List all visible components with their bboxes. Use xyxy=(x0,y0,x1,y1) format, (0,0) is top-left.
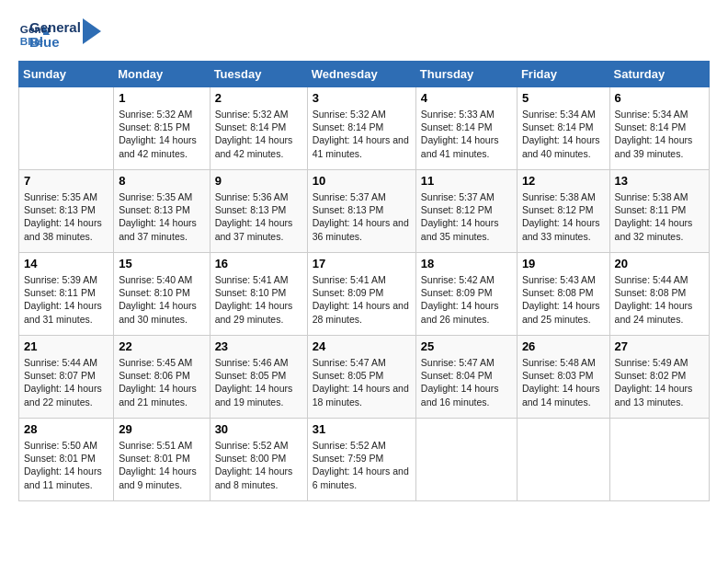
day-number: 31 xyxy=(313,422,411,436)
calendar-cell: 26Sunrise: 5:48 AMSunset: 8:03 PMDayligh… xyxy=(517,336,609,419)
calendar-cell: 13Sunrise: 5:38 AMSunset: 8:11 PMDayligh… xyxy=(609,170,709,253)
day-number: 24 xyxy=(313,339,411,353)
day-number: 7 xyxy=(24,174,108,188)
day-sun-info: Sunrise: 5:51 AMSunset: 8:01 PMDaylight:… xyxy=(119,439,204,491)
calendar-cell: 30Sunrise: 5:52 AMSunset: 8:00 PMDayligh… xyxy=(210,419,307,501)
calendar-cell: 5Sunrise: 5:34 AMSunset: 8:14 PMDaylight… xyxy=(517,87,609,170)
calendar-cell: 14Sunrise: 5:39 AMSunset: 8:11 PMDayligh… xyxy=(19,253,114,336)
calendar-cell: 20Sunrise: 5:44 AMSunset: 8:08 PMDayligh… xyxy=(609,253,709,336)
calendar-cell: 29Sunrise: 5:51 AMSunset: 8:01 PMDayligh… xyxy=(114,419,210,501)
day-sun-info: Sunrise: 5:32 AMSunset: 8:14 PMDaylight:… xyxy=(313,108,411,160)
day-number: 30 xyxy=(215,422,302,436)
calendar-cell: 8Sunrise: 5:35 AMSunset: 8:13 PMDaylight… xyxy=(114,170,210,253)
day-number: 26 xyxy=(522,339,605,353)
logo: General Blue General Blue xyxy=(18,18,101,52)
day-sun-info: Sunrise: 5:37 AMSunset: 8:13 PMDaylight:… xyxy=(313,190,411,243)
day-sun-info: Sunrise: 5:34 AMSunset: 8:14 PMDaylight:… xyxy=(522,108,605,160)
calendar-cell: 23Sunrise: 5:46 AMSunset: 8:05 PMDayligh… xyxy=(210,336,307,419)
calendar-cell xyxy=(517,419,609,501)
calendar-week-row: 1Sunrise: 5:32 AMSunset: 8:15 PMDaylight… xyxy=(19,87,710,170)
calendar-cell: 9Sunrise: 5:36 AMSunset: 8:13 PMDaylight… xyxy=(210,170,307,253)
calendar-cell: 28Sunrise: 5:50 AMSunset: 8:01 PMDayligh… xyxy=(19,419,114,501)
calendar-cell: 31Sunrise: 5:52 AMSunset: 7:59 PMDayligh… xyxy=(307,419,415,501)
day-number: 20 xyxy=(615,257,704,270)
weekday-header-saturday: Saturday xyxy=(609,62,709,87)
day-sun-info: Sunrise: 5:33 AMSunset: 8:14 PMDaylight:… xyxy=(421,108,512,160)
day-number: 13 xyxy=(615,174,704,188)
calendar-cell: 3Sunrise: 5:32 AMSunset: 8:14 PMDaylight… xyxy=(307,87,415,170)
day-sun-info: Sunrise: 5:38 AMSunset: 8:12 PMDaylight:… xyxy=(522,190,605,243)
day-sun-info: Sunrise: 5:49 AMSunset: 8:02 PMDaylight:… xyxy=(615,356,704,408)
day-sun-info: Sunrise: 5:41 AMSunset: 8:09 PMDaylight:… xyxy=(313,273,411,326)
calendar-cell xyxy=(609,419,709,501)
day-sun-info: Sunrise: 5:44 AMSunset: 8:08 PMDaylight:… xyxy=(615,273,704,326)
day-sun-info: Sunrise: 5:39 AMSunset: 8:11 PMDaylight:… xyxy=(24,273,108,326)
day-number: 23 xyxy=(215,339,302,353)
calendar-cell: 16Sunrise: 5:41 AMSunset: 8:10 PMDayligh… xyxy=(210,253,307,336)
calendar-cell: 27Sunrise: 5:49 AMSunset: 8:02 PMDayligh… xyxy=(609,336,709,419)
day-number: 2 xyxy=(215,91,302,105)
calendar-cell: 17Sunrise: 5:41 AMSunset: 8:09 PMDayligh… xyxy=(307,253,415,336)
day-number: 3 xyxy=(313,91,411,105)
day-sun-info: Sunrise: 5:43 AMSunset: 8:08 PMDaylight:… xyxy=(522,273,605,326)
calendar-cell: 22Sunrise: 5:45 AMSunset: 8:06 PMDayligh… xyxy=(114,336,210,419)
calendar-week-row: 28Sunrise: 5:50 AMSunset: 8:01 PMDayligh… xyxy=(19,419,710,501)
day-number: 4 xyxy=(421,91,512,105)
day-sun-info: Sunrise: 5:34 AMSunset: 8:14 PMDaylight:… xyxy=(615,108,704,160)
day-sun-info: Sunrise: 5:40 AMSunset: 8:10 PMDaylight:… xyxy=(119,273,204,326)
logo-line2: Blue xyxy=(29,35,81,51)
logo-chevron-icon xyxy=(83,18,101,44)
calendar-cell: 24Sunrise: 5:47 AMSunset: 8:05 PMDayligh… xyxy=(307,336,415,419)
day-number: 14 xyxy=(24,257,108,270)
calendar-cell: 18Sunrise: 5:42 AMSunset: 8:09 PMDayligh… xyxy=(415,253,517,336)
calendar-week-row: 7Sunrise: 5:35 AMSunset: 8:13 PMDaylight… xyxy=(19,170,710,253)
day-sun-info: Sunrise: 5:42 AMSunset: 8:09 PMDaylight:… xyxy=(421,273,512,326)
day-sun-info: Sunrise: 5:32 AMSunset: 8:14 PMDaylight:… xyxy=(215,108,302,160)
calendar-cell: 7Sunrise: 5:35 AMSunset: 8:13 PMDaylight… xyxy=(19,170,114,253)
day-sun-info: Sunrise: 5:37 AMSunset: 8:12 PMDaylight:… xyxy=(421,190,512,243)
day-number: 21 xyxy=(24,339,108,353)
day-sun-info: Sunrise: 5:46 AMSunset: 8:05 PMDaylight:… xyxy=(215,356,302,408)
day-number: 8 xyxy=(119,174,204,188)
day-sun-info: Sunrise: 5:41 AMSunset: 8:10 PMDaylight:… xyxy=(215,273,302,326)
day-sun-info: Sunrise: 5:48 AMSunset: 8:03 PMDaylight:… xyxy=(522,356,605,408)
day-sun-info: Sunrise: 5:32 AMSunset: 8:15 PMDaylight:… xyxy=(119,108,204,160)
day-number: 15 xyxy=(119,257,204,270)
day-number: 22 xyxy=(119,339,204,353)
calendar-cell: 12Sunrise: 5:38 AMSunset: 8:12 PMDayligh… xyxy=(517,170,609,253)
weekday-header-wednesday: Wednesday xyxy=(307,62,415,87)
calendar-cell: 15Sunrise: 5:40 AMSunset: 8:10 PMDayligh… xyxy=(114,253,210,336)
calendar-cell: 1Sunrise: 5:32 AMSunset: 8:15 PMDaylight… xyxy=(114,87,210,170)
svg-marker-3 xyxy=(83,18,101,44)
day-number: 28 xyxy=(24,422,108,436)
day-sun-info: Sunrise: 5:35 AMSunset: 8:13 PMDaylight:… xyxy=(119,190,204,243)
day-sun-info: Sunrise: 5:50 AMSunset: 8:01 PMDaylight:… xyxy=(24,439,108,491)
day-number: 10 xyxy=(313,174,411,188)
calendar-cell xyxy=(19,87,114,170)
day-sun-info: Sunrise: 5:52 AMSunset: 7:59 PMDaylight:… xyxy=(313,439,411,491)
day-number: 12 xyxy=(522,174,605,188)
calendar-cell: 6Sunrise: 5:34 AMSunset: 8:14 PMDaylight… xyxy=(609,87,709,170)
weekday-header-sunday: Sunday xyxy=(19,62,114,87)
weekday-header-monday: Monday xyxy=(114,62,210,87)
calendar-cell xyxy=(415,419,517,501)
day-number: 1 xyxy=(119,91,204,105)
weekday-header-tuesday: Tuesday xyxy=(210,62,307,87)
day-number: 6 xyxy=(615,91,704,105)
day-sun-info: Sunrise: 5:44 AMSunset: 8:07 PMDaylight:… xyxy=(24,356,108,408)
day-number: 5 xyxy=(522,91,605,105)
calendar-cell: 2Sunrise: 5:32 AMSunset: 8:14 PMDaylight… xyxy=(210,87,307,170)
calendar-cell: 10Sunrise: 5:37 AMSunset: 8:13 PMDayligh… xyxy=(307,170,415,253)
day-number: 27 xyxy=(615,339,704,353)
day-number: 18 xyxy=(421,257,512,270)
day-number: 11 xyxy=(421,174,512,188)
day-number: 25 xyxy=(421,339,512,353)
calendar-week-row: 14Sunrise: 5:39 AMSunset: 8:11 PMDayligh… xyxy=(19,253,710,336)
weekday-header-row: SundayMondayTuesdayWednesdayThursdayFrid… xyxy=(19,62,710,87)
logo-line1: General xyxy=(29,20,81,36)
day-number: 9 xyxy=(215,174,302,188)
calendar-week-row: 21Sunrise: 5:44 AMSunset: 8:07 PMDayligh… xyxy=(19,336,710,419)
calendar-cell: 4Sunrise: 5:33 AMSunset: 8:14 PMDaylight… xyxy=(415,87,517,170)
day-sun-info: Sunrise: 5:45 AMSunset: 8:06 PMDaylight:… xyxy=(119,356,204,408)
day-number: 19 xyxy=(522,257,605,270)
